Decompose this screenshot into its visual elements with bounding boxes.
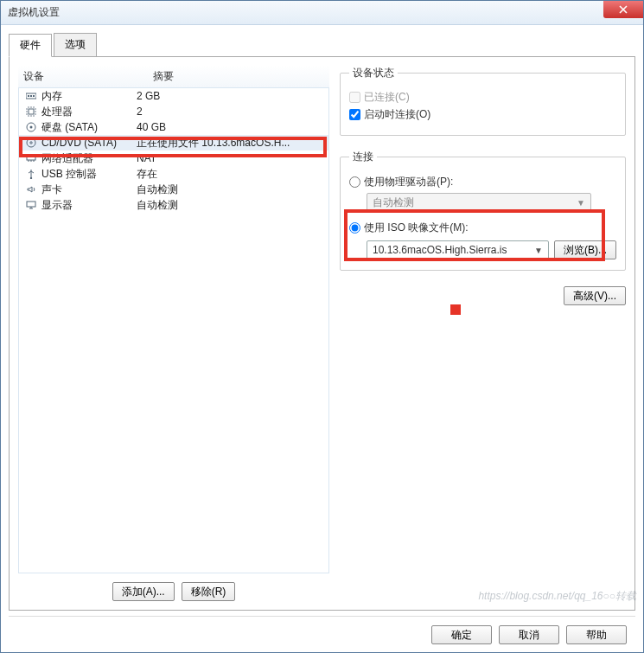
close-icon: [619, 5, 628, 14]
physical-drive-select: 自动检测 ▼: [367, 193, 591, 212]
svg-point-10: [30, 177, 32, 179]
help-button[interactable]: 帮助: [566, 625, 627, 644]
tab-options[interactable]: 选项: [54, 33, 97, 56]
svg-rect-2: [30, 95, 32, 97]
physical-drive-value: 自动检测: [373, 195, 414, 210]
window-title: 虚拟机设置: [8, 5, 60, 20]
hw-row-display[interactable]: 显示器 自动检测: [19, 197, 328, 213]
svg-rect-4: [29, 109, 34, 114]
annotation-marker: [450, 304, 461, 315]
connect-on-start-checkbox[interactable]: [349, 109, 360, 120]
use-physical-label: 使用物理驱动器(P):: [364, 175, 453, 189]
vm-settings-window: 虚拟机设置 硬件 选项 设备 摘要 内存 2 GB: [0, 0, 644, 653]
connected-label: 已连接(C): [364, 90, 410, 105]
hw-row-disk[interactable]: 硬盘 (SATA) 40 GB: [19, 119, 328, 135]
col-device: 设备: [23, 69, 153, 84]
iso-path-value: 10.13.6macOS.High.Sierra.is: [373, 244, 507, 256]
svg-rect-11: [27, 202, 35, 207]
browse-button[interactable]: 浏览(B)...: [554, 240, 616, 259]
connected-checkbox-row[interactable]: 已连接(C): [349, 90, 616, 105]
add-hardware-button[interactable]: 添加(A)...: [112, 582, 175, 601]
hardware-buttons: 添加(A)... 移除(R): [18, 573, 329, 601]
col-summary: 摘要: [153, 69, 174, 84]
cpu-icon: [24, 106, 38, 118]
connect-on-start-row[interactable]: 启动时连接(O): [349, 107, 616, 122]
net-icon: [24, 152, 38, 164]
hw-row-network[interactable]: 网络适配器 NAT: [19, 150, 328, 166]
watermark-text: https://blog.csdn.net/qq_16○○转载: [478, 589, 636, 604]
svg-point-6: [30, 126, 33, 129]
use-physical-radio[interactable]: [349, 176, 360, 188]
chevron-down-icon[interactable]: ▼: [534, 246, 543, 255]
use-iso-radio-row[interactable]: 使用 ISO 映像文件(M):: [349, 221, 616, 235]
detail-pane: 设备状态 已连接(C) 启动时连接(O) 连接 使用物理驱动器(P):: [340, 66, 626, 601]
hw-row-usb[interactable]: USB 控制器 存在: [19, 166, 328, 182]
connection-legend: 连接: [349, 150, 377, 164]
cd-icon: [24, 137, 38, 149]
ok-button[interactable]: 确定: [431, 625, 492, 644]
hw-row-cpu[interactable]: 处理器 2: [19, 104, 328, 119]
device-status-group: 设备状态 已连接(C) 启动时连接(O): [340, 66, 626, 136]
cancel-button[interactable]: 取消: [499, 625, 559, 644]
hardware-list: 内存 2 GB 处理器 2 硬盘 (SATA) 40 GB CD/DVD (SA…: [18, 88, 329, 573]
svg-rect-9: [27, 155, 35, 160]
display-icon: [24, 199, 38, 211]
disk-icon: [24, 121, 38, 133]
svg-rect-1: [28, 95, 29, 97]
use-iso-label: 使用 ISO 映像文件(M):: [364, 221, 469, 235]
memory-icon: [24, 90, 38, 102]
dialog-footer: 确定 取消 帮助: [9, 616, 635, 644]
svg-point-7: [27, 138, 35, 147]
close-button[interactable]: [603, 1, 643, 18]
hw-row-cddvd[interactable]: CD/DVD (SATA) 正在使用文件 10.13.6macOS.H...: [19, 135, 328, 150]
connected-checkbox: [349, 92, 360, 103]
use-physical-radio-row[interactable]: 使用物理驱动器(P):: [349, 175, 616, 189]
connect-on-start-label: 启动时连接(O): [364, 107, 430, 122]
hw-row-sound[interactable]: 声卡 自动检测: [19, 182, 328, 197]
svg-rect-3: [33, 95, 35, 97]
device-status-legend: 设备状态: [349, 66, 398, 80]
use-iso-radio[interactable]: [349, 222, 360, 234]
hardware-pane: 设备 摘要 内存 2 GB 处理器 2 硬盘 (SATA) 40 GB: [18, 66, 329, 601]
hardware-list-header: 设备 摘要: [18, 66, 329, 88]
hw-row-memory[interactable]: 内存 2 GB: [19, 88, 328, 104]
usb-icon: [24, 168, 38, 180]
sound-icon: [24, 183, 38, 195]
advanced-button[interactable]: 高级(V)...: [564, 286, 626, 305]
iso-path-combobox[interactable]: 10.13.6macOS.High.Sierra.is ▼: [367, 240, 549, 259]
connection-group: 连接 使用物理驱动器(P): 自动检测 ▼ 使用 ISO 映像文件(M):: [340, 150, 626, 271]
titlebar: 虚拟机设置: [1, 1, 643, 25]
tab-hardware[interactable]: 硬件: [9, 34, 52, 57]
chevron-down-icon: ▼: [577, 198, 585, 208]
tabs: 硬件 选项: [9, 33, 635, 57]
svg-point-8: [30, 142, 32, 144]
remove-hardware-button[interactable]: 移除(R): [182, 582, 236, 601]
